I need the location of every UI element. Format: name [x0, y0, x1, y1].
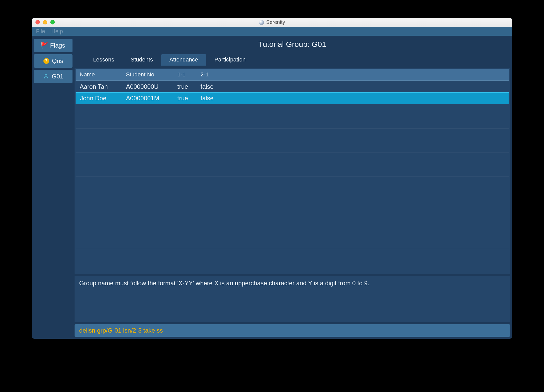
command-bar: [75, 324, 510, 337]
cell-spacer: [220, 81, 509, 92]
cell-1-1: true: [173, 81, 196, 92]
sidebar-item-qns[interactable]: ? Qns: [34, 54, 72, 68]
cell-student: A0000001M: [122, 92, 173, 104]
col-header-1-1[interactable]: 1-1: [173, 69, 196, 81]
app-body: 🚩 Flags ? Qns G01 Tutorial Group: G01 Le…: [32, 36, 512, 339]
person-icon: [43, 73, 49, 79]
tab-students[interactable]: Students: [122, 54, 161, 66]
tab-lessons[interactable]: Lessons: [85, 54, 122, 66]
col-header-name[interactable]: Name: [76, 69, 122, 81]
attendance-table: Name Student No. 1-1 2-1 Aaron Tan A0000…: [76, 69, 509, 104]
tab-participation[interactable]: Participation: [206, 54, 254, 66]
sidebar-item-group[interactable]: G01: [34, 70, 72, 83]
command-input[interactable]: [79, 327, 505, 334]
col-header-student[interactable]: Student No.: [122, 69, 173, 81]
main-panel: Tutorial Group: G01 Lessons Students Att…: [75, 37, 510, 337]
sidebar-item-label: G01: [52, 73, 63, 80]
table-panel: Name Student No. 1-1 2-1 Aaron Tan A0000…: [75, 68, 510, 274]
table-row[interactable]: Aaron Tan A0000000U true false: [76, 81, 509, 92]
cell-2-1: false: [196, 92, 220, 104]
page-title: Tutorial Group: G01: [75, 37, 510, 52]
cell-1-1: true: [173, 92, 196, 104]
cell-2-1: false: [196, 81, 220, 92]
sidebar-item-label: Flags: [50, 42, 65, 49]
svg-point-0: [45, 75, 47, 76]
question-icon: ?: [43, 58, 49, 64]
sidebar-item-flags[interactable]: 🚩 Flags: [34, 39, 72, 52]
message-text: Group name must follow the format 'X-YY'…: [79, 280, 369, 287]
window-title: Serenity: [32, 19, 512, 25]
cell-name: Aaron Tan: [76, 81, 122, 92]
sidebar-item-label: Qns: [52, 57, 63, 65]
empty-rows: [76, 104, 509, 273]
table-header-row: Name Student No. 1-1 2-1: [76, 69, 509, 81]
window-title-text: Serenity: [266, 19, 285, 25]
menu-help[interactable]: Help: [51, 28, 63, 35]
tab-bar: Lessons Students Attendance Participatio…: [75, 54, 510, 66]
tab-attendance[interactable]: Attendance: [161, 54, 206, 66]
cell-spacer: [220, 92, 509, 104]
message-panel: Group name must follow the format 'X-YY'…: [75, 276, 510, 322]
app-window: Serenity File Help 🚩 Flags ? Qns: [32, 18, 512, 339]
col-header-spacer: [220, 69, 509, 81]
titlebar: Serenity: [32, 18, 512, 27]
sidebar: 🚩 Flags ? Qns G01: [34, 37, 72, 337]
flag-icon: 🚩: [41, 42, 48, 49]
app-icon: [259, 20, 264, 25]
table-row-selected[interactable]: John Doe A0000001M true false: [76, 92, 509, 104]
menubar: File Help: [32, 27, 512, 36]
cell-student: A0000000U: [122, 81, 173, 92]
menu-file[interactable]: File: [36, 28, 45, 35]
cell-name: John Doe: [76, 92, 122, 104]
col-header-2-1[interactable]: 2-1: [196, 69, 220, 81]
